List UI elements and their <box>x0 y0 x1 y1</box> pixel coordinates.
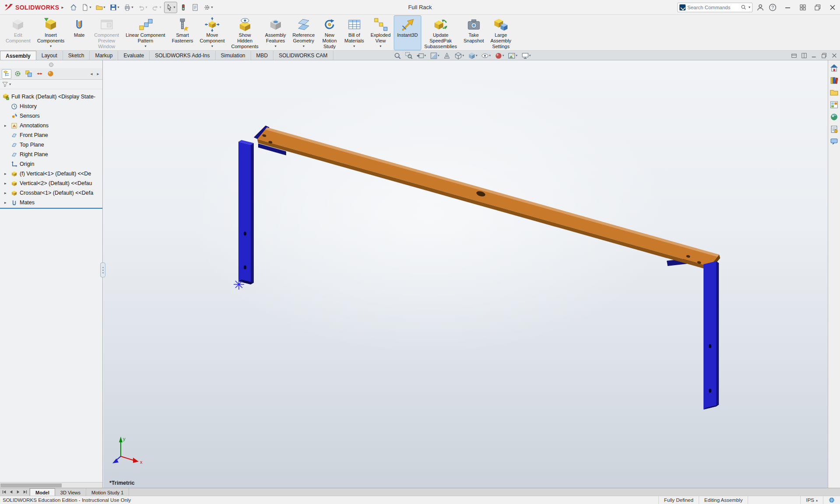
scroll-first-button[interactable] <box>1 489 7 495</box>
window-layout-button[interactable] <box>795 3 810 12</box>
tab-mbd[interactable]: MBD <box>251 51 274 60</box>
dynamic-annotation-views-icon[interactable]: A <box>443 52 451 60</box>
dropdown-caret-icon[interactable]: ▾ <box>424 54 426 57</box>
expand-chevron-icon[interactable]: ▸ <box>4 200 10 205</box>
tree-item-vertical-2[interactable]: ▸ Vertical<2> (Default) <<Defau <box>0 178 102 188</box>
move-component-button[interactable]: Move Component ▾ <box>197 16 228 50</box>
right-bracket-part[interactable] <box>704 261 719 410</box>
insert-components-button[interactable]: Insert Components ▾ <box>34 16 67 50</box>
doc-close-button[interactable] <box>831 52 837 59</box>
tab-motion-study-1[interactable]: Motion Study 1 <box>86 488 129 496</box>
linear-component-pattern-button[interactable]: Linear Component Pattern ▾ <box>122 16 168 50</box>
dropdown-caret-icon[interactable]: ▾ <box>438 54 440 57</box>
file-properties-button[interactable] <box>190 2 201 13</box>
tree-item-top-plane[interactable]: Top Plane <box>0 140 102 150</box>
featuremanager-tab[interactable] <box>2 69 11 79</box>
crossbar-part[interactable] <box>257 127 720 270</box>
new-motion-study-button[interactable]: New Motion Study <box>318 16 341 50</box>
search-commands-box[interactable]: ▾ <box>677 3 752 12</box>
scroll-next-button[interactable] <box>15 489 21 495</box>
design-library-icon[interactable] <box>830 75 839 85</box>
bill-of-materials-button[interactable]: Bill of Materials ▾ <box>341 16 367 50</box>
redo-button[interactable]: ▾ <box>150 2 163 13</box>
tab-markup[interactable]: Markup <box>90 51 118 60</box>
login-account-button[interactable] <box>756 3 765 12</box>
component-preview-window-button[interactable]: Component Preview Window <box>91 16 122 50</box>
dropdown-caret-icon[interactable]: ▾ <box>354 44 355 48</box>
exploded-view-button[interactable]: Exploded View ▾ <box>368 16 394 50</box>
show-hidden-components-button[interactable]: Show Hidden Components <box>228 16 261 50</box>
tree-item-sensors[interactable]: Sensors <box>0 111 102 121</box>
view-orientation-icon[interactable]: ▾ <box>455 52 464 60</box>
tab-solidworks-add-ins[interactable]: SOLIDWORKS Add-Ins <box>150 51 215 60</box>
new-document-button[interactable]: ▾ <box>80 2 93 13</box>
update-speedpak-subassemblies-button[interactable]: Update SpeedPak Subassemblies <box>421 16 460 50</box>
open-document-button[interactable]: ▾ <box>94 2 107 13</box>
status-globe[interactable] <box>823 496 840 504</box>
tab-assembly[interactable]: Assembly <box>0 51 36 60</box>
edit-component-button[interactable]: Edit Component <box>3 16 34 50</box>
expand-chevron-icon[interactable]: ▸ <box>4 181 10 186</box>
units-selector[interactable]: IPS▴ <box>800 496 823 504</box>
displaymanager-tab[interactable] <box>46 69 55 79</box>
solidworks-forum-icon[interactable] <box>830 136 839 146</box>
propertymanager-tab[interactable] <box>13 69 22 79</box>
tree-item-crossbar-1[interactable]: ▸ Crossbar<1> (Default) <<Defa <box>0 188 102 198</box>
solidworks-resources-icon[interactable] <box>830 63 839 73</box>
reference-geometry-button[interactable]: Reference Geometry ▾ <box>290 16 318 50</box>
edit-appearance-icon[interactable]: ▾ <box>495 52 504 60</box>
dimxpertmanager-tab[interactable] <box>35 69 44 79</box>
tree-item-vertical-1[interactable]: ▸ (f) Vertical<1> (Default) <<De <box>0 169 102 178</box>
panel-grip-handle[interactable] <box>49 63 53 67</box>
search-icon[interactable] <box>741 4 747 10</box>
tab-3d-views[interactable]: 3D Views <box>55 488 86 496</box>
options-button[interactable]: ▾ <box>202 2 215 13</box>
expand-chevron-icon[interactable]: ▸ <box>4 191 10 195</box>
filter-icon[interactable] <box>2 81 8 87</box>
graphics-viewport[interactable]: y x *Trimetric <box>103 60 828 488</box>
restore-button[interactable] <box>810 3 825 12</box>
filter-caret-icon[interactable]: ▾ <box>9 82 11 86</box>
tree-item-history[interactable]: History <box>0 102 102 111</box>
dropdown-caret-icon[interactable]: ▾ <box>380 44 382 48</box>
doc-restore-button[interactable] <box>821 52 827 59</box>
tab-evaluate[interactable]: Evaluate <box>118 51 150 60</box>
hide-show-items-icon[interactable]: ▾ <box>481 52 491 60</box>
scroll-last-button[interactable] <box>22 489 28 495</box>
take-snapshot-button[interactable]: Take Snapshot <box>460 16 486 50</box>
dropdown-caret-icon[interactable]: ▾ <box>489 54 491 57</box>
panel-tab-scroll-right[interactable]: ▸ <box>95 71 101 76</box>
tab-sketch[interactable]: Sketch <box>63 51 90 60</box>
previous-view-icon[interactable]: ▾ <box>416 52 426 60</box>
dropdown-caret-icon[interactable]: ▾ <box>476 54 478 57</box>
large-assembly-settings-button[interactable]: Large Assembly Settings <box>487 16 514 50</box>
dropdown-caret-icon[interactable]: ▾ <box>303 44 304 48</box>
doc-minimize-button[interactable] <box>811 52 817 59</box>
dropdown-caret-icon[interactable]: ▾ <box>529 54 531 57</box>
tab-solidworks-cam[interactable]: SOLIDWORKS CAM <box>273 51 333 60</box>
doc-dock-icon[interactable] <box>801 52 807 59</box>
search-input[interactable] <box>687 5 739 10</box>
dropdown-caret-icon[interactable]: ▾ <box>50 44 52 48</box>
scrollbar-thumb[interactable] <box>0 483 62 487</box>
select-tool-button[interactable]: ▾ <box>164 2 177 13</box>
tab-layout[interactable]: Layout <box>36 51 63 60</box>
apply-scene-icon[interactable]: ▾ <box>508 52 518 60</box>
view-palette-icon[interactable] <box>830 100 839 109</box>
panel-splitter-handle[interactable] <box>100 262 105 277</box>
dropdown-caret-icon[interactable]: ▾ <box>462 54 464 57</box>
left-bracket-part[interactable] <box>238 140 254 284</box>
tree-item-right-plane[interactable]: Right Plane <box>0 150 102 159</box>
expand-chevron-icon[interactable]: ▸ <box>4 123 10 128</box>
close-button[interactable] <box>825 3 840 12</box>
custom-properties-icon[interactable] <box>830 124 839 134</box>
minimize-button[interactable] <box>780 3 795 12</box>
zoom-to-area-icon[interactable] <box>405 52 413 60</box>
configurationmanager-tab[interactable] <box>24 69 33 79</box>
print-button[interactable]: ▾ <box>122 2 135 13</box>
zoom-to-fit-icon[interactable] <box>394 52 401 60</box>
tree-item-annotations[interactable]: ▸ A Annotations <box>0 121 102 130</box>
undo-button[interactable]: ▾ <box>136 2 149 13</box>
dropdown-caret-icon[interactable]: ▾ <box>516 54 518 57</box>
dropdown-caret-icon[interactable]: ▾ <box>503 54 504 57</box>
